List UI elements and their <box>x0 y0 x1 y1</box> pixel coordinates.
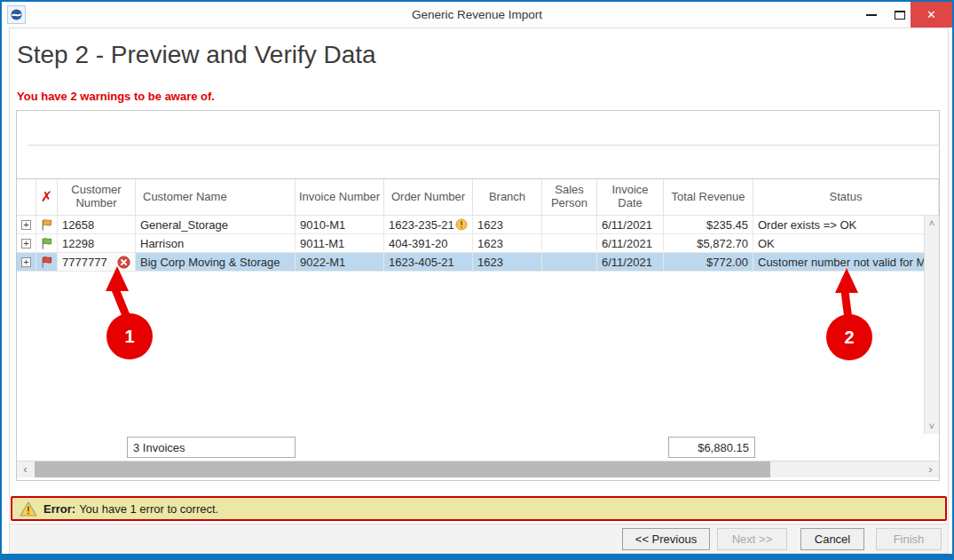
flag-cell <box>36 216 58 233</box>
expand-icon[interactable]: + <box>21 239 31 248</box>
column-header-branch[interactable]: Branch <box>473 179 542 215</box>
page-title: Step 2 - Preview and Verify Data <box>17 41 376 69</box>
table-row[interactable]: + 12298 Harrison 9011-M1 404-391-20 1623… <box>17 234 939 253</box>
window-title: Generic Revenue Import <box>2 2 952 28</box>
invoice-date-cell: 6/11/2021 <box>597 234 664 252</box>
status-cell: Customer number not valid for M... <box>753 253 939 271</box>
order-number-cell: 1623-235-21 <box>384 216 473 233</box>
branch-cell: 1623 <box>473 216 542 233</box>
scroll-right-button[interactable]: › <box>922 461 939 477</box>
error-message: You have 1 error to correct. <box>79 502 218 516</box>
table-row-selected[interactable]: + 7777777 Big Corp Moving & Storage <box>17 253 939 272</box>
expand-icon[interactable]: + <box>21 220 31 230</box>
previous-button[interactable]: << Previous <box>622 528 710 550</box>
flag-cell <box>36 234 58 252</box>
total-revenue-cell: $235.45 <box>664 216 753 233</box>
error-label: Error: <box>43 502 75 516</box>
order-number-cell: 404-391-20 <box>384 234 473 252</box>
scroll-down-button[interactable]: ˅ <box>925 419 939 434</box>
scroll-up-button[interactable]: ˄ <box>925 216 939 231</box>
titlebar: Generic Revenue Import ✕ <box>2 2 952 28</box>
horizontal-scrollbar[interactable]: ‹ › <box>17 461 939 477</box>
sales-person-cell <box>542 253 597 271</box>
minimize-icon <box>866 14 877 16</box>
customer-name-cell: Big Corp Moving & Storage <box>136 253 296 271</box>
grid-header-row: ✗ Customer Number Customer Name Invoice … <box>17 178 939 216</box>
warning-triangle-icon <box>20 501 37 517</box>
maximize-icon <box>895 11 905 20</box>
column-header-delete[interactable]: ✗ <box>36 179 58 215</box>
column-header-customer-name[interactable]: Customer Name <box>136 179 296 215</box>
summary-total-revenue: $6,880.15 <box>668 437 755 458</box>
generic-revenue-import-window: Generic Revenue Import ✕ Step 2 - Previe… <box>0 0 954 560</box>
warning-icon <box>455 218 468 231</box>
orange-flag-icon <box>40 218 53 232</box>
order-number-value: 1623-235-21 <box>389 218 454 232</box>
minimize-button[interactable] <box>858 2 885 28</box>
customer-name-cell: General_Storage <box>136 216 296 233</box>
app-icon <box>7 5 26 24</box>
status-cell: OK <box>753 234 939 252</box>
vertical-scrollbar[interactable]: ˄ ˅ <box>924 216 939 434</box>
close-button[interactable]: ✕ <box>911 2 952 28</box>
table-row[interactable]: + 12658 General_Storage 9010-M1 1623-235… <box>17 216 939 234</box>
expand-icon[interactable]: + <box>21 257 31 267</box>
green-flag-icon <box>40 237 53 250</box>
hscroll-thumb[interactable] <box>35 461 770 477</box>
grid-summary-row: 3 Invoices $6,880.15 <box>17 434 939 461</box>
sales-person-cell <box>542 216 597 233</box>
column-header-customer-number[interactable]: Customer Number <box>58 179 136 215</box>
invoice-number-cell: 9010-M1 <box>296 216 384 233</box>
branch-cell: 1623 <box>473 234 542 252</box>
finish-button[interactable]: Finish <box>876 528 942 550</box>
customer-number-value: 7777777 <box>62 256 107 269</box>
error-banner: Error: You have 1 error to correct. <box>11 496 947 521</box>
expand-cell: + <box>17 253 36 271</box>
customer-number-cell: 12298 <box>58 234 136 252</box>
expand-cell: + <box>17 216 36 233</box>
column-header-sales-person[interactable]: Sales Person <box>542 179 597 215</box>
column-header-invoice-number[interactable]: Invoice Number <box>296 179 384 215</box>
group-panel-divider <box>28 145 939 146</box>
column-header-expand <box>17 179 36 215</box>
invoice-number-cell: 9022-M1 <box>296 253 384 271</box>
order-number-cell: 1623-405-21 <box>384 253 473 271</box>
column-header-order-number[interactable]: Order Number <box>384 179 473 215</box>
grid-body: + 12658 General_Storage 9010-M1 1623-235… <box>17 216 939 434</box>
warnings-text: You have 2 warnings to be aware of. <box>17 90 215 103</box>
flag-cell <box>36 253 58 271</box>
delete-column-icon: ✗ <box>41 189 52 205</box>
invoice-date-cell: 6/11/2021 <box>597 216 664 233</box>
invoice-date-cell: 6/11/2021 <box>597 253 664 271</box>
total-revenue-cell: $5,872.70 <box>664 234 753 252</box>
maximize-button[interactable] <box>887 2 913 28</box>
red-flag-icon <box>40 256 53 269</box>
column-header-invoice-date[interactable]: Invoice Date <box>597 179 664 215</box>
app-logo-icon <box>10 8 23 21</box>
summary-invoice-count: 3 Invoices <box>127 437 296 458</box>
sales-person-cell <box>542 234 597 252</box>
customer-number-cell: 7777777 <box>58 253 136 271</box>
scroll-left-button[interactable]: ‹ <box>17 461 34 477</box>
customer-name-cell: Harrison <box>136 234 296 252</box>
next-button[interactable]: Next >> <box>717 528 787 550</box>
column-header-total-revenue[interactable]: Total Revenue <box>664 179 753 215</box>
invoice-number-cell: 9011-M1 <box>296 234 384 252</box>
customer-number-cell: 12658 <box>58 216 136 233</box>
column-header-status[interactable]: Status <box>753 179 939 215</box>
expand-cell: + <box>17 234 36 252</box>
status-cell: Order exists => OK <box>753 216 939 233</box>
preview-grid: ✗ Customer Number Customer Name Invoice … <box>16 110 940 481</box>
button-panel: << Previous Next >> Cancel Finish <box>9 524 949 554</box>
group-panel <box>17 111 939 178</box>
total-revenue-cell: $772.00 <box>664 253 753 271</box>
bottom-accent-bar <box>2 554 952 558</box>
branch-cell: 1623 <box>473 253 542 271</box>
close-icon: ✕ <box>926 8 936 21</box>
cancel-button[interactable]: Cancel <box>800 528 864 550</box>
error-icon <box>117 256 130 269</box>
